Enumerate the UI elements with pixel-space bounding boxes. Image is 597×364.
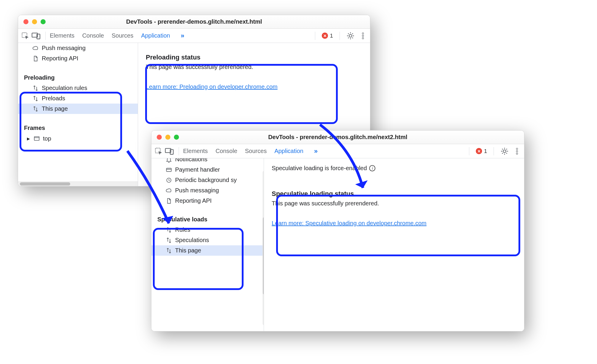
- info-icon[interactable]: i: [369, 165, 375, 171]
- tab-elements[interactable]: Elements: [183, 145, 208, 157]
- sidebar-horizontal-scrollbar[interactable]: [18, 181, 138, 186]
- tab-elements[interactable]: Elements: [50, 30, 74, 41]
- traffic-lights[interactable]: [23, 19, 46, 24]
- expander-icon[interactable]: ▸: [27, 135, 31, 142]
- error-badge[interactable]: ✕ 1: [322, 33, 333, 39]
- window-icon: [33, 135, 40, 142]
- learn-more-link[interactable]: Learn more: Preloading on developer.chro…: [146, 83, 278, 90]
- sidebar-item-reporting-api[interactable]: Reporting API: [18, 53, 138, 64]
- sidebar-item-label: top: [43, 135, 51, 142]
- tabs-overflow-icon[interactable]: »: [314, 147, 318, 155]
- window-title: DevTools - prerender-demos.glitch.me/nex…: [151, 131, 524, 144]
- gear-icon[interactable]: [346, 32, 355, 40]
- sidebar-item-label: Reporting API: [175, 197, 212, 204]
- sidebar-item-reporting-api[interactable]: Reporting API: [151, 196, 264, 206]
- panel-tabs: Elements Console Sources Application »: [50, 30, 308, 41]
- titlebar[interactable]: DevTools - prerender-demos.glitch.me/nex…: [18, 15, 370, 29]
- sidebar-item-label: Notifications: [175, 158, 207, 163]
- panel-title: Preloading status: [146, 54, 365, 61]
- sidebar-item-label: Speculation rules: [42, 85, 87, 91]
- tab-application[interactable]: Application: [274, 145, 303, 157]
- doc-icon: [32, 55, 39, 62]
- sidebar-item-speculations[interactable]: Speculations: [151, 235, 264, 245]
- inspect-icon[interactable]: [154, 147, 163, 155]
- status-text: Speculative loading is force-enabled: [272, 165, 367, 172]
- divider: [494, 147, 494, 155]
- divider: [469, 147, 469, 155]
- titlebar[interactable]: DevTools - prerender-demos.glitch.me/nex…: [151, 131, 524, 144]
- inspect-icon[interactable]: [21, 32, 29, 40]
- sidebar-item-preloads[interactable]: Preloads: [18, 93, 138, 104]
- gear-icon[interactable]: [500, 147, 509, 155]
- body: Notifications Payment handler Periodic b…: [151, 158, 524, 331]
- cloud-icon: [32, 45, 39, 51]
- card-icon: [166, 167, 172, 173]
- sidebar-item-label: Speculations: [175, 237, 209, 244]
- svg-point-5: [362, 35, 364, 36]
- window-title: DevTools - prerender-demos.glitch.me/nex…: [18, 15, 370, 28]
- sidebar-item-label: Push messaging: [175, 187, 219, 194]
- tab-application[interactable]: Application: [141, 30, 170, 41]
- swap-icon: [166, 227, 172, 233]
- svg-point-4: [362, 33, 364, 34]
- error-badge[interactable]: ✕ 1: [476, 148, 487, 154]
- sidebar-section-preloading[interactable]: Preloading: [18, 71, 138, 83]
- sidebar-item-periodic-bg-sync[interactable]: Periodic background sy: [151, 175, 264, 185]
- sidebar[interactable]: Notifications Payment handler Periodic b…: [151, 158, 264, 331]
- sidebar-item-speculation-rules[interactable]: Speculation rules: [18, 83, 138, 93]
- tab-sources[interactable]: Sources: [112, 30, 133, 41]
- divider: [45, 32, 46, 40]
- minimize-icon[interactable]: [32, 19, 37, 24]
- sidebar-item-this-page[interactable]: This page: [151, 245, 264, 256]
- toolbar-right: ✕ 1: [310, 32, 367, 40]
- sidebar-item-rules[interactable]: Rules: [151, 225, 264, 235]
- svg-rect-7: [34, 137, 39, 141]
- sidebar-item-label: Rules: [175, 226, 190, 233]
- panel-text: This page was successfully prerendered.: [146, 64, 365, 70]
- sidebar-item-notifications[interactable]: Notifications: [151, 158, 264, 165]
- toolbar: Elements Console Sources Application » ✕…: [18, 29, 370, 43]
- swap-icon: [32, 95, 39, 102]
- panel-title: Speculative loading status: [272, 190, 516, 198]
- sidebar-item-label: Push messaging: [42, 45, 86, 51]
- sidebar-item-label: Preloads: [42, 95, 65, 102]
- svg-point-13: [516, 150, 518, 152]
- sidebar[interactable]: Push messaging Reporting API Preloading …: [18, 43, 138, 186]
- svg-point-11: [503, 150, 506, 152]
- toolbar: Elements Console Sources Application » ✕…: [151, 144, 524, 158]
- sidebar-item-push-messaging[interactable]: Push messaging: [18, 43, 138, 53]
- tabs-overflow-icon[interactable]: »: [181, 32, 184, 40]
- sidebar-item-label: Periodic background sy: [175, 177, 237, 183]
- devtools-window-2: DevTools - prerender-demos.glitch.me/nex…: [151, 130, 524, 331]
- svg-point-12: [516, 148, 518, 149]
- learn-more-link[interactable]: Learn more: Speculative loading on devel…: [272, 220, 427, 226]
- sidebar-item-label: This page: [175, 247, 201, 254]
- close-icon[interactable]: [23, 19, 28, 24]
- error-icon: ✕: [476, 148, 482, 154]
- bell-icon: [166, 158, 172, 163]
- tab-console[interactable]: Console: [82, 30, 104, 41]
- divider: [179, 147, 179, 155]
- clock-icon: [166, 177, 172, 183]
- zoom-icon[interactable]: [41, 19, 46, 24]
- sidebar-item-label: Payment handler: [175, 166, 220, 173]
- tab-console[interactable]: Console: [215, 145, 237, 157]
- device-toolbar-icon[interactable]: [31, 32, 41, 40]
- cloud-icon: [166, 187, 172, 194]
- minimize-icon[interactable]: [165, 135, 170, 140]
- doc-icon: [166, 198, 172, 204]
- close-icon[interactable]: [157, 135, 162, 140]
- zoom-icon[interactable]: [174, 135, 179, 140]
- main-pane: Speculative loading is force-enabled i S…: [264, 158, 524, 331]
- sidebar-item-payment-handler[interactable]: Payment handler: [151, 165, 264, 175]
- sidebar-item-top[interactable]: ▸ top: [18, 133, 138, 144]
- traffic-lights[interactable]: [157, 135, 179, 140]
- sidebar-item-this-page[interactable]: This page: [18, 104, 138, 114]
- kebab-menu-icon[interactable]: [513, 147, 521, 155]
- kebab-menu-icon[interactable]: [359, 32, 367, 40]
- sidebar-section-frames[interactable]: Frames: [18, 121, 138, 133]
- tab-sources[interactable]: Sources: [245, 145, 267, 157]
- device-toolbar-icon[interactable]: [164, 147, 175, 155]
- sidebar-item-push-messaging[interactable]: Push messaging: [151, 185, 264, 196]
- sidebar-section-speculative-loads[interactable]: Speculative loads: [151, 212, 264, 225]
